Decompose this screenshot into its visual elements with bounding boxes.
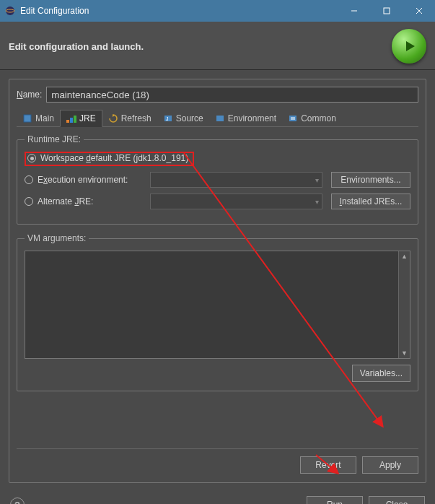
tab-refresh[interactable]: Refresh xyxy=(102,110,157,126)
revert-button[interactable]: Revert xyxy=(300,456,356,474)
run-button[interactable]: Run xyxy=(307,496,363,504)
svg-rect-7 xyxy=(24,115,31,122)
tab-environment[interactable]: Environment xyxy=(209,110,282,126)
config-panel: Name: Main JRE Refresh J Source xyxy=(9,79,426,483)
dialog-button-row: ? Run Close xyxy=(0,492,435,504)
tab-bar: Main JRE Refresh J Source Environment xyxy=(17,110,418,127)
svg-text:J: J xyxy=(166,116,169,121)
svg-marker-6 xyxy=(406,41,415,51)
scroll-up-icon: ▲ xyxy=(401,253,408,260)
workspace-default-radio[interactable] xyxy=(27,154,36,162)
window-title: Edit Configuration xyxy=(20,6,338,16)
tab-jre-label: JRE xyxy=(79,113,96,123)
alternate-jre-combo[interactable]: ▾ xyxy=(150,194,322,209)
tab-environment-label: Environment xyxy=(228,113,276,123)
svg-rect-10 xyxy=(74,116,76,123)
run-large-icon xyxy=(392,29,426,64)
help-icon[interactable]: ? xyxy=(10,498,25,504)
refresh-tab-icon xyxy=(108,113,118,123)
apply-button[interactable]: Apply xyxy=(362,456,418,474)
maximize-button[interactable] xyxy=(370,0,403,22)
vm-scrollbar[interactable]: ▲ ▼ xyxy=(398,251,410,358)
svg-rect-9 xyxy=(70,118,73,123)
runtime-jre-legend: Runtime JRE: xyxy=(25,134,84,144)
installed-jres-button[interactable]: Installed JREs... xyxy=(331,194,410,209)
svg-rect-3 xyxy=(384,8,390,14)
runtime-jre-group: Runtime JRE: Workspace default JRE (jdk1… xyxy=(17,134,418,225)
panel-button-row: Revert Apply xyxy=(17,448,418,474)
alternate-jre-radio[interactable] xyxy=(25,197,33,206)
tab-source-label: Source xyxy=(176,113,203,123)
alternate-jre-label[interactable]: Alternate JRE: xyxy=(38,196,146,207)
title-bar: Edit Configuration xyxy=(0,0,435,22)
name-row: Name: xyxy=(17,87,418,103)
vm-arguments-legend: VM arguments: xyxy=(25,233,89,243)
scroll-down-icon: ▼ xyxy=(401,349,408,357)
jre-tab-icon xyxy=(66,113,76,123)
vm-arguments-group: VM arguments: ▲ ▼ Variables... xyxy=(17,233,418,391)
workspace-default-label[interactable]: Workspace default JRE (jdk1.8.0_191) xyxy=(40,153,188,163)
close-button[interactable] xyxy=(403,0,435,22)
tab-common-label: Common xyxy=(301,113,336,123)
window-controls xyxy=(338,0,435,22)
source-tab-icon: J xyxy=(163,113,173,123)
execution-env-label[interactable]: Execution environment: xyxy=(38,175,146,185)
tab-common[interactable]: Common xyxy=(282,110,342,126)
main-tab-icon xyxy=(22,113,32,123)
variables-row: Variables... xyxy=(25,365,410,382)
tab-main-label: Main xyxy=(35,113,54,123)
eclipse-icon xyxy=(4,5,16,17)
dialog-header: Edit configuration and launch. xyxy=(0,22,435,70)
svg-rect-14 xyxy=(216,116,224,121)
execution-env-row: Execution environment: ▾ Environments... xyxy=(25,172,410,188)
variables-button[interactable]: Variables... xyxy=(352,365,410,382)
name-label: Name: xyxy=(17,90,42,100)
environments-button[interactable]: Environments... xyxy=(331,172,410,188)
common-tab-icon xyxy=(288,113,298,123)
name-input[interactable] xyxy=(46,87,418,103)
svg-rect-8 xyxy=(66,120,69,123)
tab-jre[interactable]: JRE xyxy=(60,110,102,127)
execution-env-combo[interactable]: ▾ xyxy=(150,172,322,188)
svg-point-0 xyxy=(6,6,14,15)
tab-main[interactable]: Main xyxy=(17,110,60,126)
dialog-subtitle: Edit configuration and launch. xyxy=(9,41,392,52)
tab-refresh-label: Refresh xyxy=(121,113,151,123)
svg-rect-15 xyxy=(289,116,296,121)
execution-env-radio[interactable] xyxy=(25,175,33,184)
workspace-default-row: Workspace default JRE (jdk1.8.0_191) xyxy=(25,152,410,166)
vm-arguments-textarea[interactable]: ▲ ▼ xyxy=(25,251,410,359)
workspace-default-highlight: Workspace default JRE (jdk1.8.0_191) xyxy=(25,152,194,166)
close-dialog-button[interactable]: Close xyxy=(369,496,425,504)
tab-source[interactable]: J Source xyxy=(157,110,209,126)
alternate-jre-row: Alternate JRE: ▾ Installed JREs... xyxy=(25,194,410,209)
environment-tab-icon xyxy=(215,113,225,123)
minimize-button[interactable] xyxy=(338,0,370,22)
